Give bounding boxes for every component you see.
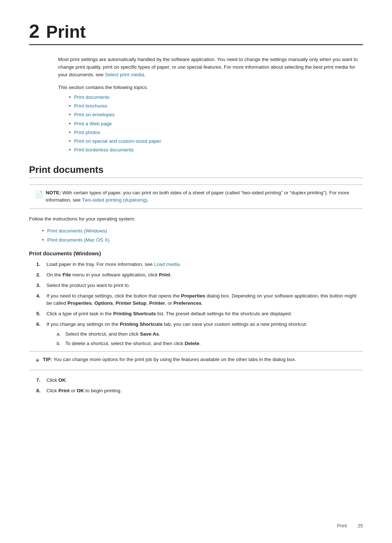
topic-link-print-photos[interactable]: Print photos [74,130,100,135]
list-item: Print documents (Mac OS X) [42,236,363,244]
tip-box: ☀ TIP: You can change more options for t… [29,351,363,370]
topics-label: This section contains the following topi… [58,85,363,90]
load-media-link[interactable]: Load media [154,262,180,267]
page-content: 2 Print Most print settings are automati… [0,0,392,427]
step-2: On the File menu in your software applic… [36,271,363,279]
page-footer: Print 25 [337,523,363,528]
topic-link-print-borderless[interactable]: Print borderless documents [74,147,134,153]
os-link-macosx[interactable]: Print documents (Mac OS X) [47,237,110,243]
step-3: Select the product you want to print to. [36,282,363,289]
note-text: NOTE: With certain types of paper, you c… [46,189,357,204]
chapter-title: Print [46,23,86,41]
tip-label: TIP: [43,357,52,362]
step-1: Load paper in the tray. For more informa… [36,261,363,268]
os-links-list: Print documents (Windows) Print document… [42,227,363,244]
section-heading-print-documents: Print documents [29,164,363,178]
topic-link-print-brochures[interactable]: Print brochures [74,103,107,109]
step-8: Click Print or OK to begin printing. [36,387,363,395]
footer-page-number: 25 [358,523,363,528]
follow-instructions: Follow the instructions for your operati… [29,215,363,223]
list-item: Print on special and custom-sized paper [69,138,363,145]
topic-link-print-a-web-page[interactable]: Print a Web page [74,121,112,126]
step-6a: Select the shortcut, and then click Save… [57,331,363,338]
subsection-print-documents-windows: Print documents (Windows) Load paper in … [29,250,363,395]
topic-link-print-on-envelopes[interactable]: Print on envelopes [74,112,115,117]
final-steps-list: Click OK. Click Print or OK to begin pri… [36,377,363,395]
topic-link-print-documents[interactable]: Print documents [74,94,110,100]
list-item: Print a Web page [69,120,363,127]
select-print-media-link[interactable]: Select print media [105,72,144,77]
list-item: Print documents (Windows) [42,227,363,235]
tip-icon: ☀ [35,356,40,365]
tip-text: TIP: You can change more options for the… [43,356,296,364]
list-item: Print on envelopes [69,111,363,118]
step-6-sub-list: Select the shortcut, and then click Save… [57,331,363,348]
list-item: Print borderless documents [69,146,363,154]
note-label: NOTE: [46,190,61,195]
step-4: If you need to change settings, click th… [36,292,363,308]
os-link-windows[interactable]: Print documents (Windows) [47,228,107,234]
chapter-heading: 2 Print [29,22,363,45]
step-7: Click OK. [36,377,363,384]
windows-steps-list: Load paper in the tray. For more informa… [36,261,363,348]
section-print-documents: Print documents 📄 NOTE: With certain typ… [29,164,363,395]
note-icon: 📄 [35,190,43,200]
topic-link-print-special[interactable]: Print on special and custom-sized paper [74,138,161,144]
topics-list: Print documents Print brochures Print on… [69,94,363,154]
subsection-heading-windows: Print documents (Windows) [29,250,363,256]
chapter-number: 2 [29,22,40,41]
list-item: Print documents [69,94,363,101]
two-sided-printing-link[interactable]: Two-sided printing (duplexing) [82,197,147,203]
note-box: 📄 NOTE: With certain types of paper, you… [29,185,363,209]
footer-section-label: Print [337,523,347,528]
step-5: Click a type of print task in the Printi… [36,310,363,318]
list-item: Print photos [69,129,363,136]
list-item: Print brochures [69,102,363,110]
step-6b: To delete a shortcut, select the shortcu… [57,340,363,348]
intro-paragraph: Most print settings are automatically ha… [58,56,363,79]
step-6: If you change any settings on the Printi… [36,321,363,348]
